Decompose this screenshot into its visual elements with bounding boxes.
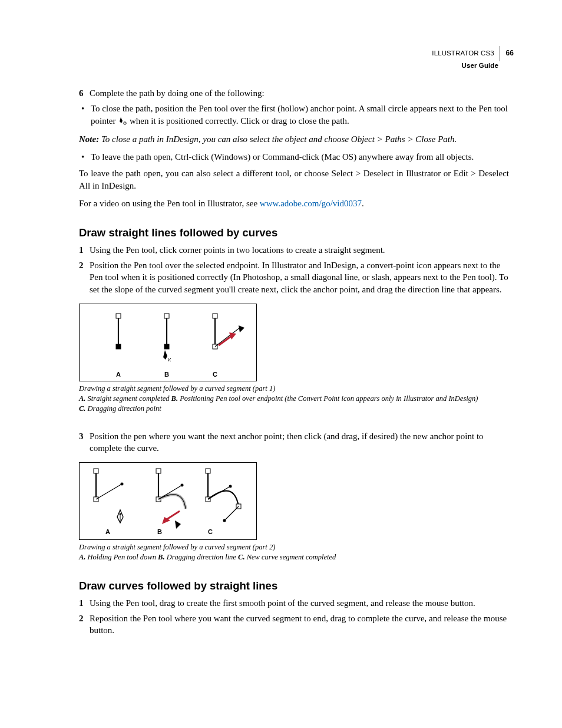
svg-point-25	[181, 484, 184, 487]
svg-point-20	[119, 513, 121, 515]
s1-step-3-text: Position the pen where you want the next…	[90, 430, 509, 454]
fig2-label-b: B	[157, 528, 162, 536]
svg-point-34	[223, 519, 226, 522]
bullet-close-path: To close the path, position the Pen tool…	[79, 103, 509, 129]
bullet-leave-open-text: To leave the path open, Ctrl-click (Wind…	[91, 151, 509, 163]
page: ILLUSTRATOR CS3 66 User Guide 6 Complete…	[0, 0, 562, 728]
svg-line-33	[224, 506, 239, 521]
fig1-label-c: C	[213, 370, 217, 379]
svg-line-12	[219, 336, 232, 345]
s1-step-2-text: Position the Pen tool over the selected …	[90, 259, 509, 295]
fig2-caption-title: Drawing a straight segment followed by a…	[79, 543, 275, 551]
guide-label: User Guide	[432, 61, 498, 70]
pen-close-icon	[118, 116, 127, 129]
svg-line-26	[167, 511, 180, 519]
note-close-path: Note: To close a path in InDesign, you c…	[79, 133, 509, 145]
video-link[interactable]: www.adobe.com/go/vid0037	[260, 199, 362, 208]
figure-2: A B C	[79, 462, 257, 540]
video-suffix: .	[362, 199, 364, 208]
svg-rect-30	[206, 469, 210, 473]
svg-rect-2	[116, 314, 121, 318]
product-name: ILLUSTRATOR CS3	[432, 50, 494, 57]
svg-line-10	[215, 328, 240, 347]
note-label: Note:	[79, 134, 99, 144]
s2-step-1-text: Using the Pen tool, drag to create the f…	[90, 597, 509, 609]
s1-step-3: 3 Position the pen where you want the ne…	[79, 430, 509, 454]
fig2-label-c: C	[208, 528, 213, 536]
s1-step-1-text: Using the Pen tool, click corner points …	[90, 244, 509, 256]
figure-1-caption: Drawing a straight segment followed by a…	[79, 384, 509, 414]
svg-line-35	[208, 486, 230, 499]
figure-1: A B C	[79, 304, 257, 381]
svg-marker-11	[239, 325, 244, 332]
video-prefix: For a video on using the Pen tool in Ill…	[79, 199, 260, 208]
page-number: 66	[505, 49, 514, 57]
fig2-label-a: A	[105, 528, 110, 536]
fig1-label-a: A	[116, 370, 121, 379]
svg-rect-6	[164, 344, 169, 349]
s2-step-2: 2 Reposition the Pen tool where you want…	[79, 612, 509, 637]
note-text: To close a path in InDesign, you can als…	[99, 134, 457, 144]
svg-point-18	[121, 483, 124, 486]
para-leave-open: To leave the path open, you can also sel…	[79, 167, 509, 192]
step-6-text: Complete the path by doing one of the fo…	[90, 87, 509, 99]
svg-rect-5	[164, 314, 169, 318]
para-video: For a video on using the Pen tool in Ill…	[79, 197, 509, 209]
svg-rect-8	[213, 314, 217, 318]
svg-rect-3	[116, 344, 121, 349]
s2-step-2-text: Reposition the Pen tool where you want t…	[90, 612, 509, 637]
bullet-close-path-tail: when it is positioned correctly. Click o…	[130, 116, 349, 126]
fig1-label-b: B	[164, 370, 169, 379]
s1-step-2: 2 Position the Pen tool over the selecte…	[79, 259, 509, 295]
figure-2-caption: Drawing a straight segment followed by a…	[79, 542, 509, 562]
bullet-leave-open: To leave the path open, Ctrl-click (Wind…	[79, 151, 509, 163]
svg-rect-22	[156, 469, 161, 473]
running-header: ILLUSTRATOR CS3 66 User Guide	[432, 46, 514, 70]
s2-step-1: 1 Using the Pen tool, drag to create the…	[79, 597, 509, 609]
s1-step-1: 1 Using the Pen tool, click corner point…	[79, 244, 509, 256]
svg-marker-28	[175, 521, 181, 529]
body-content: 6 Complete the path by doing one of the …	[79, 87, 509, 637]
fig1-caption-title: Drawing a straight segment followed by a…	[79, 384, 275, 393]
step-6: 6 Complete the path by doing one of the …	[79, 87, 509, 99]
heading-lines-then-curves: Draw straight lines followed by curves	[79, 226, 509, 241]
svg-line-17	[96, 484, 122, 499]
svg-point-0	[124, 121, 126, 124]
heading-curves-then-lines: Draw curves followed by straight lines	[79, 579, 509, 594]
svg-point-36	[229, 485, 232, 488]
svg-rect-15	[94, 469, 98, 473]
